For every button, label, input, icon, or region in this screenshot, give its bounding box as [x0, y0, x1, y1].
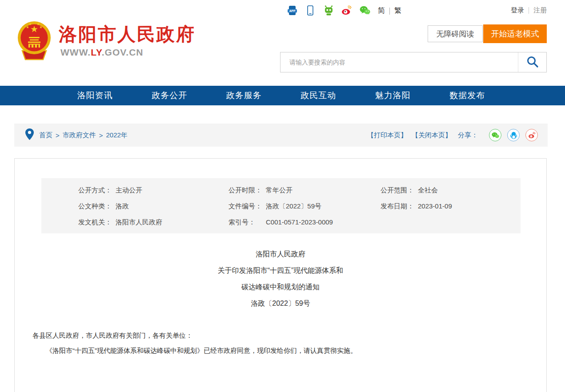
- weibo-icon[interactable]: [341, 5, 352, 16]
- document-paragraph: 《洛阳市“十四五”现代能源体系和碳达峰碳中和规划》已经市政府同意，现印发给你们，…: [32, 343, 529, 358]
- accessibility-reading-button[interactable]: 无障碍阅读: [428, 25, 483, 42]
- account-links: 登录 注册: [511, 6, 547, 15]
- register-link[interactable]: 注册: [533, 6, 547, 15]
- meta-field-document-number: 文件编号： 洛政〔2022〕59号: [228, 202, 381, 211]
- document-paragraph: 各县区人民政府，市人民政府有关部门，各有关单位：: [32, 328, 529, 343]
- search-icon: [526, 56, 539, 69]
- document-title-line: 洛阳市人民政府: [15, 246, 546, 262]
- meta-field-disclosure-period: 公开时限： 常年公开: [228, 186, 381, 195]
- breadcrumb-bar: 首页 > 市政府文件 > 2022年 【打印本页】 【关闭本页】 分享：: [14, 124, 548, 147]
- meta-value: 全社会: [418, 186, 438, 195]
- meta-field-disclosure-method: 公开方式： 主动公开: [78, 186, 228, 195]
- meta-field-issuing-agency: 发文机关： 洛阳市人民政府: [78, 218, 228, 227]
- main-navigation: 洛阳资讯 政务公开 政务服务 政民互动 魅力洛阳 数据发布: [0, 86, 565, 105]
- elder-mode-button[interactable]: 开始适老模式: [483, 24, 547, 43]
- lang-divider: [389, 8, 390, 15]
- mobile-icon[interactable]: [305, 5, 316, 16]
- meta-label: 公文种类：: [78, 202, 116, 211]
- meta-value: 洛阳市人民政府: [116, 218, 162, 227]
- document-title: 洛阳市人民政府 关于印发洛阳市“十四五”现代能源体系和 碳达峰碳中和规划的通知 …: [15, 246, 546, 312]
- meta-label: 发文机关：: [78, 218, 116, 227]
- meta-value: 洛政〔2022〕59号: [266, 202, 321, 211]
- meta-label: 公开范围：: [381, 186, 418, 195]
- breadcrumb-year-2022[interactable]: 2022年: [106, 131, 128, 140]
- page-tools: 【打印本页】 【关闭本页】 分享：: [363, 124, 538, 147]
- lang-simplified[interactable]: 简: [378, 6, 385, 16]
- meta-field-disclosure-scope: 公开范围： 全社会: [381, 186, 521, 195]
- close-page-button[interactable]: 【关闭本页】: [412, 131, 452, 140]
- breadcrumb-city-docs[interactable]: 市政府文件: [63, 131, 96, 140]
- document-meta-panel: 公开方式： 主动公开 公开时限： 常年公开 公开范围： 全社会 公文种类： 洛政…: [41, 178, 521, 233]
- site-url-prefix: WWW.: [60, 47, 91, 57]
- page: APP 简 繁 登录 注册: [0, 0, 565, 392]
- breadcrumb-home[interactable]: 首页: [39, 131, 52, 140]
- wechat-share-icon[interactable]: [489, 129, 501, 141]
- login-link[interactable]: 登录: [511, 6, 524, 15]
- document-title-line: 洛政〔2022〕59号: [15, 295, 546, 312]
- print-page-button[interactable]: 【打印本页】: [367, 131, 407, 140]
- breadcrumb-separator: >: [99, 132, 103, 139]
- breadcrumb-separator: >: [56, 132, 60, 139]
- nav-item-news[interactable]: 洛阳资讯: [58, 86, 132, 105]
- document-content-box: 公开方式： 主动公开 公开时限： 常年公开 公开范围： 全社会 公文种类： 洛政…: [14, 158, 547, 392]
- document-body: 各县区人民政府，市人民政府有关部门，各有关单位： 《洛阳市“十四五”现代能源体系…: [32, 328, 529, 358]
- meta-value: C001-0571-2023-0009: [266, 218, 333, 227]
- main-navigation-inner: 洛阳资讯 政务公开 政务服务 政民互动 魅力洛阳 数据发布: [58, 86, 505, 105]
- lang-traditional[interactable]: 繁: [394, 6, 401, 16]
- meta-label: 文件编号：: [228, 202, 266, 211]
- site-url: WWW.LY.GOV.CN: [60, 47, 143, 58]
- meta-field-document-type: 公文种类： 洛政: [78, 202, 228, 211]
- meta-value: 常年公开: [266, 186, 293, 195]
- search-button[interactable]: [518, 52, 546, 72]
- share-label: 分享：: [458, 131, 478, 140]
- svg-text:APP: APP: [289, 9, 295, 12]
- national-emblem-logo[interactable]: [16, 18, 52, 60]
- site-url-ly: LY: [91, 47, 102, 57]
- breadcrumb: 首页 > 市政府文件 > 2022年: [25, 124, 128, 147]
- meta-value: 洛政: [116, 202, 129, 211]
- search-bar: [280, 52, 547, 72]
- location-pin-icon: [25, 128, 34, 142]
- nav-item-charm-luoyang[interactable]: 魅力洛阳: [356, 86, 430, 105]
- wechat-icon[interactable]: [360, 5, 370, 16]
- nav-item-interaction[interactable]: 政民互动: [281, 86, 356, 105]
- search-input[interactable]: [280, 52, 518, 72]
- meta-value: 2023-01-09: [418, 202, 452, 211]
- language-toggle: 简 繁: [378, 6, 401, 16]
- meta-field-publish-date: 发布日期： 2023-01-09: [381, 202, 521, 211]
- meta-label: 索引号：: [228, 218, 266, 227]
- site-url-suffix: .GOV.CN: [102, 47, 144, 57]
- meta-field-index-number: 索引号： C001-0571-2023-0009: [228, 218, 381, 227]
- weibo-share-icon[interactable]: [525, 129, 538, 141]
- robot-icon[interactable]: [323, 5, 334, 16]
- document-title-line: 碳达峰碳中和规划的通知: [15, 279, 546, 295]
- meta-label: 公开时限：: [228, 186, 266, 195]
- site-title: 洛阳市人民政府: [59, 22, 196, 47]
- nav-item-data-release[interactable]: 数据发布: [430, 86, 505, 105]
- app-icon[interactable]: APP: [287, 5, 297, 16]
- topbar-icon-row: APP: [287, 5, 370, 16]
- document-title-line: 关于印发洛阳市“十四五”现代能源体系和: [15, 262, 546, 279]
- qq-share-icon[interactable]: [507, 129, 520, 141]
- account-divider: [529, 7, 529, 14]
- nav-item-gov-disclosure[interactable]: 政务公开: [132, 86, 207, 105]
- nav-item-gov-services[interactable]: 政务服务: [207, 86, 281, 105]
- meta-label: 发布日期：: [381, 202, 418, 211]
- breadcrumb-trail: 首页 > 市政府文件 > 2022年: [39, 131, 128, 140]
- meta-label: 公开方式：: [78, 186, 116, 195]
- meta-value: 主动公开: [116, 186, 142, 195]
